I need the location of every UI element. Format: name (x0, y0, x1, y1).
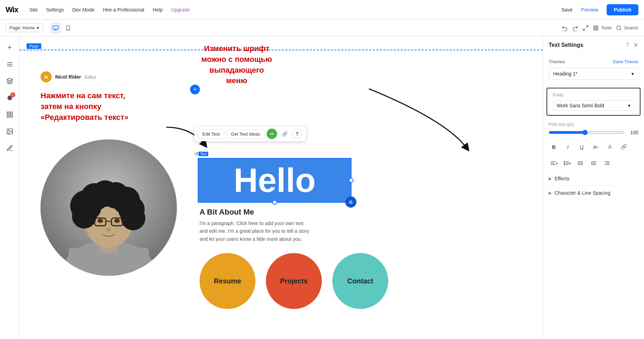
about-title: A Bit About Me (200, 208, 437, 217)
link-icon[interactable]: 🔗 (279, 129, 290, 139)
svg-line-12 (620, 29, 621, 30)
redo-button[interactable] (572, 25, 578, 31)
edit-text-button[interactable]: Edit Text (198, 129, 224, 139)
sidebar-design-button[interactable] (3, 74, 17, 88)
profile-name: Nicol Rider (55, 74, 81, 80)
resize-bottom-handle[interactable] (272, 200, 277, 205)
svg-rect-18 (10, 112, 12, 114)
resume-button[interactable]: Resume (200, 253, 255, 309)
resize-right-handle[interactable] (349, 178, 354, 183)
highlight-button[interactable]: Ā (605, 142, 615, 152)
character-spacing-row[interactable]: ▶ Character & Line Spacing (543, 186, 644, 200)
character-spacing-chevron-icon: ▶ (549, 190, 552, 195)
panel-header: Text Settings ? ✕ (543, 36, 644, 54)
heading-dropdown[interactable]: Heading 1* ▾ (549, 68, 638, 80)
link-format-button[interactable]: 🔗 (618, 142, 629, 152)
tools-label: Tools (601, 25, 612, 30)
right-panel: Text Settings ? ✕ Themes Save Theme Head… (543, 36, 644, 339)
tools-button[interactable]: Tools (593, 25, 612, 31)
sidebar-add-button[interactable]: + (3, 41, 17, 55)
grammarly-button[interactable]: G (345, 196, 356, 208)
nav-site[interactable]: Site (29, 7, 38, 13)
annotation-left: Нажмите на сам текст, затем на кнопку «Р… (41, 91, 129, 123)
page-selector[interactable]: Page: Home ▾ (6, 23, 43, 32)
top-nav: Wix Site Settings Dev Mode Hire a Profes… (0, 0, 644, 20)
text-badge: Text (198, 152, 208, 156)
fonts-section: Fonts Work Sans Semi Bold ▾ (547, 88, 641, 116)
desktop-view-button[interactable] (50, 22, 61, 34)
profile-svg (41, 139, 177, 276)
nav-devmode[interactable]: Dev Mode (72, 7, 95, 13)
mobile-view-button[interactable] (63, 22, 74, 34)
panel-close-icon[interactable]: ✕ (633, 41, 638, 49)
sidebar-media-button[interactable] (3, 124, 17, 138)
hello-text: Hello (234, 161, 316, 200)
nav-settings[interactable]: Settings (46, 7, 64, 13)
align-left-button[interactable]: ▾ (549, 158, 559, 168)
projects-button[interactable]: Projects (266, 253, 322, 309)
get-text-ideas-button[interactable]: Get Text Ideas (226, 129, 265, 139)
nav-preview[interactable]: Preview (581, 7, 599, 13)
hello-text-box[interactable]: Text ↺ Hello G (198, 158, 352, 203)
contact-button[interactable]: Contact (332, 253, 388, 309)
svg-line-42 (88, 221, 95, 221)
nav-upgrade[interactable]: Upgrade (171, 7, 190, 13)
search-button[interactable]: Search (616, 25, 638, 31)
svg-point-11 (617, 26, 621, 30)
canvas-inner: Page N Nicol Rider Editor Нажмите на сам… (20, 36, 543, 339)
indent-increase-button[interactable] (588, 158, 599, 168)
sidebar-draw-button[interactable] (3, 141, 17, 155)
save-theme-button[interactable]: Save Theme (613, 59, 638, 64)
bold-button[interactable]: B (549, 142, 559, 152)
sidebar-pages-button[interactable] (3, 57, 17, 71)
about-section: A Bit About Me I'm a paragraph. Click he… (200, 208, 437, 243)
sidebar-elements-button[interactable] (3, 108, 17, 122)
panel-help-icon[interactable]: ? (626, 42, 629, 48)
text-color-button[interactable]: A● (591, 142, 601, 152)
help-icon[interactable]: ? (292, 129, 302, 139)
arrow-right (341, 85, 474, 155)
rotate-handle[interactable]: ↺ (193, 150, 200, 157)
nav-help[interactable]: Help (153, 7, 163, 13)
font-chevron-icon: ▾ (628, 103, 630, 108)
character-spacing-label: Character & Line Spacing (555, 190, 610, 196)
effects-row[interactable]: ▶ Effects (543, 172, 644, 186)
svg-point-45 (114, 219, 120, 223)
svg-point-22 (8, 130, 9, 131)
rtl-button[interactable] (602, 158, 612, 168)
nav-hire[interactable]: Hire a Professional (103, 7, 144, 13)
svg-point-23 (270, 133, 272, 135)
svg-rect-9 (596, 28, 598, 30)
svg-point-37 (72, 204, 96, 229)
font-value: Work Sans Semi Bold (557, 103, 604, 108)
themes-section: Themes Save Theme Heading 1* ▾ (543, 54, 644, 85)
about-paragraph: I'm a paragraph. Click here to add your … (200, 219, 437, 243)
publish-button[interactable]: Publish (607, 4, 638, 15)
text-icon-green[interactable] (267, 129, 277, 139)
fullscreen-button[interactable] (583, 25, 589, 31)
heading-value: Heading 1* (553, 71, 577, 77)
undo-button[interactable] (562, 25, 568, 31)
indent-decrease-button[interactable] (575, 158, 586, 168)
svg-rect-7 (594, 26, 595, 28)
font-size-slider[interactable] (549, 130, 624, 135)
list-button[interactable]: ▾ (562, 158, 572, 168)
svg-rect-20 (7, 115, 9, 117)
apps-badge: 1 (10, 92, 15, 97)
device-icons (50, 22, 74, 34)
font-dropdown[interactable]: Work Sans Semi Bold ▾ (553, 100, 634, 111)
panel-header-icons: ? ✕ (626, 41, 638, 49)
themes-label: Themes (549, 59, 565, 64)
page-name: Page: Home (9, 25, 35, 30)
nav-save[interactable]: Save (562, 7, 573, 13)
svg-point-55 (564, 164, 565, 165)
profile-role: Editor (85, 74, 96, 80)
second-bar: Page: Home ▾ Tools Search (0, 20, 644, 36)
underline-button[interactable]: U (577, 142, 587, 152)
add-element-button[interactable]: + (190, 85, 200, 94)
fonts-label: Fonts (553, 93, 634, 98)
sidebar-apps-button[interactable]: 1 (3, 91, 17, 105)
text-toolbar: Edit Text Get Text Ideas 🔗 ? (194, 127, 306, 141)
align-chevron: ▾ (556, 161, 558, 165)
italic-button[interactable]: I (563, 142, 573, 152)
